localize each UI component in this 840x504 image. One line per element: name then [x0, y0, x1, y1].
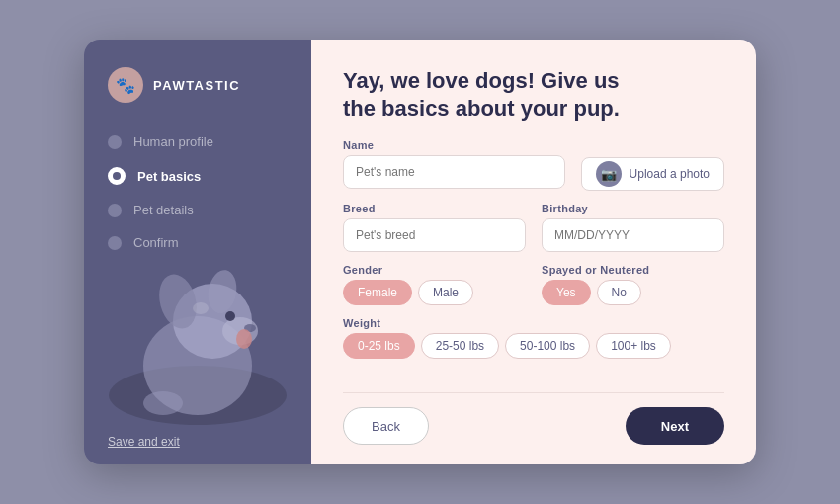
- weight-label: Weight: [343, 317, 724, 329]
- step-pet-basics[interactable]: Pet basics: [108, 167, 288, 185]
- gender-label: Gender: [343, 264, 526, 276]
- upload-field-group: 📷 Upload a photo: [581, 139, 724, 191]
- nav-steps: Human profile Pet basics Pet details Con…: [108, 134, 288, 250]
- form-title: Yay, we love dogs! Give us the basics ab…: [343, 67, 724, 122]
- gender-male-button[interactable]: Male: [418, 280, 473, 305]
- main-modal: 🐾 PAWTASTIC Human profile Pet basics Pet…: [84, 40, 756, 464]
- spayed-field-group: Spayed or Neutered Yes No: [542, 264, 724, 305]
- step-label-pet-basics: Pet basics: [137, 169, 201, 184]
- form-body: Name 📷 Upload a photo Breed: [343, 139, 724, 392]
- step-circle-confirm: [108, 236, 122, 250]
- svg-point-9: [143, 391, 183, 415]
- spayed-toggle-group: Yes No: [542, 280, 724, 305]
- next-button[interactable]: Next: [626, 407, 724, 445]
- birthday-label: Birthday: [542, 203, 724, 214]
- weight-50-100-button[interactable]: 50-100 lbs: [505, 333, 590, 359]
- svg-point-5: [225, 311, 235, 321]
- step-label-pet-details: Pet details: [133, 203, 194, 217]
- birthday-input[interactable]: [542, 218, 724, 252]
- svg-point-8: [236, 329, 252, 349]
- upload-photo-button[interactable]: 📷 Upload a photo: [581, 157, 724, 191]
- step-circle-human: [108, 135, 122, 149]
- name-input[interactable]: [343, 155, 565, 189]
- logo-icon: 🐾: [108, 67, 143, 103]
- breed-label: Breed: [343, 203, 526, 214]
- weight-toggle-group: 0-25 lbs 25-50 lbs 50-100 lbs 100+ lbs: [343, 333, 724, 359]
- save-exit-link[interactable]: Save and exit: [108, 435, 180, 449]
- breed-birthday-row: Breed Birthday: [343, 203, 724, 252]
- svg-point-10: [193, 302, 209, 314]
- gender-female-button[interactable]: Female: [343, 280, 412, 305]
- breed-field-group: Breed: [343, 203, 526, 252]
- right-panel: Yay, we love dogs! Give us the basics ab…: [311, 40, 756, 464]
- step-human-profile[interactable]: Human profile: [108, 134, 288, 149]
- gender-spayed-row: Gender Female Male Spayed or Neutered Ye…: [343, 264, 724, 305]
- left-panel: 🐾 PAWTASTIC Human profile Pet basics Pet…: [84, 40, 311, 464]
- name-field-group: Name: [343, 139, 565, 189]
- weight-0-25-button[interactable]: 0-25 lbs: [343, 333, 415, 359]
- camera-icon: 📷: [596, 161, 622, 187]
- logo-area: 🐾 PAWTASTIC: [108, 67, 288, 103]
- step-circle-pet-details: [108, 204, 122, 217]
- spayed-label: Spayed or Neutered: [542, 264, 724, 276]
- step-label-confirm: Confirm: [133, 235, 179, 250]
- step-circle-pet-basics: [108, 167, 126, 185]
- back-button[interactable]: Back: [343, 407, 429, 445]
- logo-text: PAWTASTIC: [153, 78, 240, 93]
- weight-row: Weight 0-25 lbs 25-50 lbs 50-100 lbs 100…: [343, 317, 724, 359]
- name-row: Name 📷 Upload a photo: [343, 139, 724, 191]
- weight-25-50-button[interactable]: 25-50 lbs: [421, 333, 499, 359]
- spayed-no-button[interactable]: No: [597, 280, 641, 305]
- form-footer: Back Next: [343, 392, 724, 445]
- birthday-field-group: Birthday: [542, 203, 724, 252]
- step-pet-details[interactable]: Pet details: [108, 203, 288, 217]
- name-label: Name: [343, 139, 565, 151]
- step-label-human: Human profile: [133, 134, 213, 149]
- spayed-yes-button[interactable]: Yes: [542, 280, 591, 305]
- gender-field-group: Gender Female Male: [343, 264, 526, 305]
- weight-100plus-button[interactable]: 100+ lbs: [596, 333, 671, 359]
- gender-toggle-group: Female Male: [343, 280, 526, 305]
- weight-field-group: Weight 0-25 lbs 25-50 lbs 50-100 lbs 100…: [343, 317, 724, 359]
- step-confirm[interactable]: Confirm: [108, 235, 288, 250]
- breed-input[interactable]: [343, 218, 526, 252]
- dog-illustration: [84, 257, 311, 425]
